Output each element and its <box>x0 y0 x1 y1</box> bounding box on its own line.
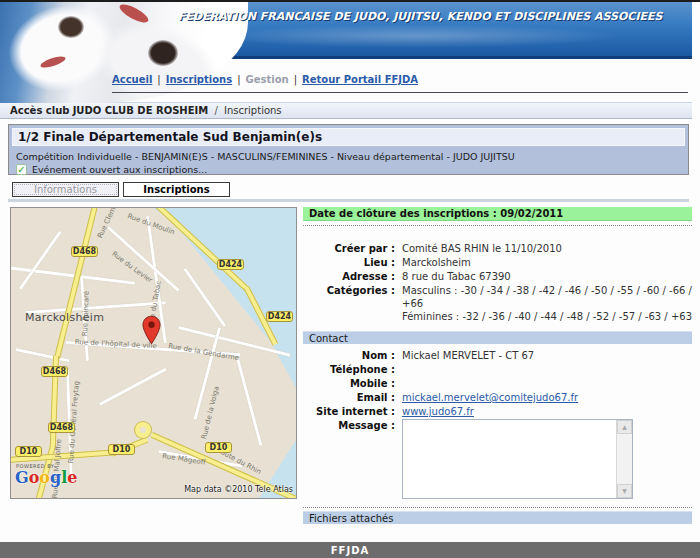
mobile-value <box>395 377 402 390</box>
message-row: Message : ▲ ▼ <box>303 419 692 499</box>
road-shield: D424 <box>266 311 293 322</box>
photo-figure-shape <box>148 40 178 66</box>
tab-informations[interactable]: Informations <box>12 182 119 197</box>
event-status-row: ✓ Evénement ouvert aux inscriptions... <box>9 162 688 175</box>
red-map-pin-icon[interactable] <box>142 315 161 346</box>
google-letter: o <box>39 468 50 487</box>
message-box: ▲ ▼ <box>402 419 633 499</box>
banner-title: FEDERATION FRANCAISE DE JUDO, JUJITSU, K… <box>178 10 683 23</box>
breadcrumb: Accès club JUDO CLUB DE ROSHEIM / Inscri… <box>0 102 692 119</box>
google-letter: g <box>50 468 61 487</box>
categories-feminines: Féminines : -32 / -36 / -40 / -44 / -48 … <box>402 310 692 323</box>
categories-value: Masculins : -30 / -34 / -38 / -42 / -46 … <box>395 284 692 323</box>
breadcrumb-separator: / <box>214 105 217 116</box>
map-street <box>19 231 62 290</box>
email-row: Email : mickael.mervelet@comitejudo67.fr <box>303 391 692 404</box>
email-label: Email : <box>303 391 395 404</box>
road-shield: D424 <box>217 259 244 270</box>
breadcrumb-current: Inscriptions <box>224 105 282 116</box>
closure-label: Date de clôture des inscriptions <box>309 208 489 219</box>
google-letter: e <box>67 468 77 487</box>
map-roundabout <box>135 422 151 438</box>
event-detail-panel: Date de clôture des inscriptions : 09/02… <box>303 207 692 557</box>
nav-link-retour-portail[interactable]: Retour Portail FFJDA <box>302 74 418 85</box>
road-shield: D10 <box>108 444 135 455</box>
created-by-row: Créer par : Comité BAS RHIN le 11/10/201… <box>303 242 692 255</box>
nav-divider <box>112 92 688 93</box>
adresse-row: Adresse : 8 rue du Tabac 67390 <box>303 270 692 283</box>
message-textarea[interactable] <box>403 420 616 498</box>
nom-value: Mickael MERVELET - CT 67 <box>395 349 534 362</box>
adresse-value: 8 rue du Tabac 67390 <box>395 270 511 283</box>
road-shield: D10 <box>15 446 42 457</box>
adresse-label: Adresse : <box>303 270 395 283</box>
categories-label: Catégories : <box>303 284 395 323</box>
map-street <box>99 368 167 406</box>
scroll-down-icon[interactable]: ▼ <box>617 484 632 498</box>
categories-row: Catégories : Masculins : -30 / -34 / -38… <box>303 284 692 323</box>
nom-label: Nom : <box>303 349 395 362</box>
road-shield: D10 <box>205 442 232 453</box>
breadcrumb-prefix: Accès club <box>10 105 69 116</box>
created-by-value: Comité BAS RHIN le 11/10/2010 <box>395 242 562 255</box>
google-logo[interactable]: Google <box>15 468 77 487</box>
map-copyright: Map data ©2010 Tele Atlas <box>184 485 293 494</box>
footer-label: FFJDA <box>331 545 369 556</box>
main-nav: Accueil|Inscriptions|Gestion|Retour Port… <box>112 74 418 85</box>
message-label: Message : <box>303 419 395 499</box>
nav-separator: | <box>237 74 240 85</box>
event-title: 1/2 Finale Départementale Sud Benjamin(e… <box>12 128 685 146</box>
mobile-label: Mobile : <box>303 377 395 390</box>
closure-date-bar: Date de clôture des inscriptions : 09/02… <box>303 207 692 221</box>
breadcrumb-club[interactable]: JUDO CLUB DE ROSHEIM <box>73 105 209 116</box>
nav-link-gestion: Gestion <box>246 74 289 85</box>
attachments-section-header: Fichiers attachés <box>303 511 692 524</box>
lieu-label: Lieu : <box>303 256 395 269</box>
page: FEDERATION FRANCAISE DE JUDO, JUJITSU, K… <box>0 0 700 558</box>
telephone-row: Téléphone : <box>303 363 692 376</box>
street-label: Rue de la Gendarme <box>168 342 240 362</box>
nav-separator: | <box>157 74 160 85</box>
event-info-rows: Créer par : Comité BAS RHIN le 11/10/201… <box>303 226 692 323</box>
mobile-row: Mobile : <box>303 377 692 390</box>
footer: FFJDA <box>0 542 700 558</box>
categories-masculins: Masculins : -30 / -34 / -38 / -42 / -46 … <box>402 284 692 310</box>
lieu-row: Lieu : Marckolsheim <box>303 256 692 269</box>
separator-line <box>303 507 692 508</box>
map-street <box>236 358 262 446</box>
nav-separator: | <box>294 74 297 85</box>
map-main-road <box>54 207 99 359</box>
site-link[interactable]: www.judo67.fr <box>402 406 474 417</box>
telephone-value <box>395 363 402 376</box>
site-row: Site internet : www.judo67.fr <box>303 405 692 418</box>
closure-separator: : <box>489 208 500 219</box>
tabs-divider <box>8 199 689 202</box>
road-shield: D468 <box>71 246 98 257</box>
site-label: Site internet : <box>303 405 395 418</box>
town-label: Marckolsheim <box>25 311 104 324</box>
created-by-label: Créer par : <box>303 242 395 255</box>
nav-link-inscriptions[interactable]: Inscriptions <box>166 74 232 85</box>
road-shield: D468 <box>48 422 75 433</box>
road-shield: D468 <box>41 366 68 377</box>
event-location-map[interactable]: Rue Clem. Rue du Moulin Rue du Levier Ru… <box>10 207 297 499</box>
email-link[interactable]: mickael.mervelet@comitejudo67.fr <box>402 392 578 403</box>
nom-row: Nom : Mickael MERVELET - CT 67 <box>303 349 692 362</box>
tab-inscriptions[interactable]: Inscriptions <box>123 182 230 197</box>
scroll-up-icon[interactable]: ▲ <box>617 420 632 434</box>
google-letter: o <box>29 468 40 487</box>
closure-date: 09/02/2011 <box>500 208 563 219</box>
message-scrollbar[interactable]: ▲ ▼ <box>616 420 632 498</box>
event-subtitle: Compétition Individuelle - BENJAMIN(E)S … <box>9 149 688 162</box>
lieu-value: Marckolsheim <box>395 256 471 269</box>
check-icon: ✓ <box>16 164 27 175</box>
contact-rows: Nom : Mickael MERVELET - CT 67 Téléphone… <box>303 344 692 499</box>
telephone-label: Téléphone : <box>303 363 395 376</box>
contact-section-header: Contact <box>303 331 692 344</box>
event-status-text: Evénement ouvert aux inscriptions... <box>32 164 207 175</box>
event-header-panel: 1/2 Finale Départementale Sud Benjamin(e… <box>8 124 689 175</box>
nav-link-accueil[interactable]: Accueil <box>112 74 152 85</box>
google-letter: G <box>15 468 29 487</box>
photo-figure-shape <box>58 16 84 38</box>
